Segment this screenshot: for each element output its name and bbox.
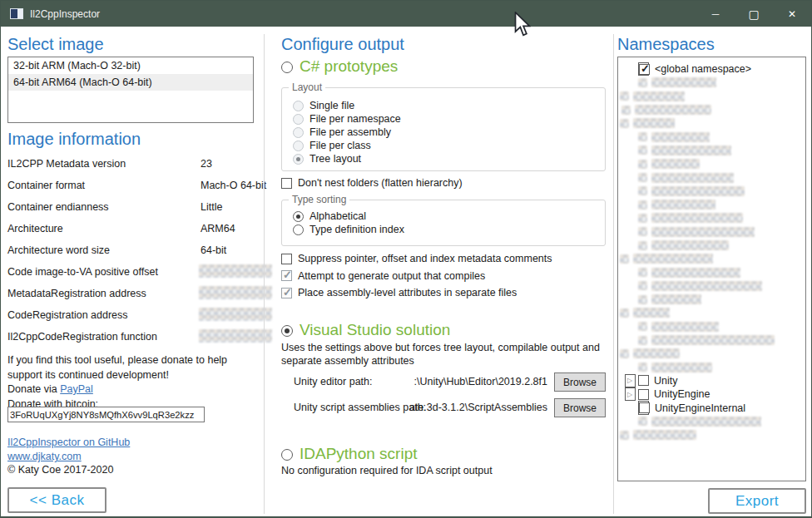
info-value: Mach-O 64-bit [201, 180, 266, 191]
layout-radio-option[interactable]: File per assembly [293, 126, 605, 139]
namespace-row[interactable]: ▷ <global namespace> [638, 62, 649, 76]
namespace-row[interactable]: ▷ [638, 361, 805, 374]
expander-icon[interactable]: ▷ [626, 377, 638, 384]
image-list-item[interactable]: 32-bit ARM (Mach-O 32-bit) [8, 57, 253, 74]
browse-assemblies-button[interactable]: Browse [554, 398, 606, 417]
checkbox-icon[interactable] [281, 254, 292, 264]
unity-editor-path-value[interactable]: :\Unity\Hub\Editor\2019.2.8f1 [413, 372, 547, 392]
output-option-checkbox[interactable]: Suppress pointer, offset and index metad… [281, 250, 552, 268]
browse-editor-button[interactable]: Browse [554, 372, 606, 392]
export-button[interactable]: Export [708, 488, 806, 514]
type-sorting-radio-option[interactable]: Type definition index [293, 223, 605, 236]
radio-icon[interactable] [293, 141, 304, 151]
redacted-checkbox [638, 268, 647, 277]
namespace-checkbox[interactable] [638, 389, 649, 400]
image-list-item[interactable]: 64-bit ARM64 (Mach-O 64-bit) [8, 74, 253, 91]
output-option-checkbox[interactable]: Place assembly-level attributes in separ… [281, 284, 552, 302]
namespace-row[interactable]: ▷ [620, 116, 805, 130]
paypal-link[interactable]: PayPal [60, 383, 93, 395]
radio-icon[interactable] [293, 114, 304, 125]
namespace-row[interactable]: ▷ [638, 333, 805, 347]
redacted-text [651, 240, 729, 250]
radio-icon[interactable] [293, 224, 304, 235]
checkbox-icon[interactable] [281, 288, 292, 298]
checkbox-icon[interactable] [281, 178, 292, 189]
namespace-row[interactable]: ▷ [638, 225, 805, 239]
namespace-row[interactable]: ▷ [621, 103, 805, 116]
image-listbox[interactable]: 32-bit ARM (Mach-O 32-bit)64-bit ARM64 (… [7, 57, 254, 123]
namespace-row[interactable]: ▷ Unity [625, 374, 636, 387]
namespace-row[interactable]: ▷ [638, 76, 805, 89]
visual-studio-solution-radio[interactable]: Visual Studio solution [281, 321, 450, 339]
github-link[interactable]: Il2CppInspector on GitHub [7, 437, 130, 448]
close-button[interactable]: ✕ [773, 1, 811, 27]
bitcoin-address-input[interactable] [7, 407, 205, 422]
namespace-row[interactable]: ▷ [620, 428, 805, 442]
namespace-row[interactable]: ▷ [638, 239, 805, 252]
namespace-row[interactable]: ▷ [638, 185, 805, 198]
namespace-checkbox[interactable] [639, 64, 650, 75]
idapython-script-radio[interactable]: IDAPython script [281, 445, 418, 463]
namespace-row[interactable]: ▷ [620, 90, 805, 103]
back-button[interactable]: << Back [7, 487, 106, 513]
layout-radio-option[interactable]: File per class [293, 139, 605, 152]
radio-icon[interactable] [293, 211, 304, 222]
unity-script-assemblies-path-value[interactable]: ate.3d-3.1.2\ScriptAssemblies [409, 398, 547, 417]
redacted-checkbox [638, 417, 647, 426]
info-row: CodeRegistration address [7, 306, 257, 328]
redacted-checkbox [620, 431, 629, 440]
redacted-text [651, 322, 719, 332]
namespace-row[interactable]: ▷ UnityEngine [625, 387, 636, 401]
website-link[interactable]: www.djkaty.com [7, 451, 82, 462]
visual-studio-description: Uses the settings above but forces tree … [281, 342, 607, 368]
radio-icon[interactable] [281, 62, 293, 73]
namespace-row[interactable]: ▷ [638, 265, 805, 279]
namespace-row[interactable]: ▷ [620, 347, 805, 360]
donation-appeal: If you find this tool useful, please don… [7, 353, 257, 382]
expander-icon[interactable]: ▷ [626, 391, 638, 398]
csharp-prototypes-radio[interactable]: C# prototypes [281, 57, 398, 76]
flatten-hierarchy-checkbox[interactable]: Don't nest folders (flatten hierarchy) [281, 177, 463, 189]
namespace-row[interactable]: ▷ [620, 252, 805, 265]
radio-icon[interactable] [293, 127, 304, 138]
redacted-text [651, 213, 743, 223]
namespace-checkbox[interactable] [638, 375, 649, 386]
redacted-checkbox [638, 160, 647, 169]
radio-icon[interactable] [293, 154, 304, 165]
namespace-row[interactable]: ▷ [638, 279, 805, 293]
namespace-row[interactable]: ▷ [638, 130, 805, 143]
namespace-row[interactable]: ▷ UnityEngineInternal [638, 401, 649, 414]
namespace-row[interactable]: ▷ [638, 144, 805, 157]
app-icon [10, 8, 23, 19]
namespace-row[interactable]: ▷ [638, 415, 805, 428]
layout-radio-option[interactable]: File per namespace [293, 112, 605, 126]
redacted-checkbox [620, 254, 629, 264]
title-bar[interactable]: Il2CppInspector ─ ▢ ✕ [1, 1, 811, 27]
checkbox-icon[interactable] [281, 270, 292, 281]
namespace-row[interactable]: ▷ [620, 306, 805, 319]
namespace-row[interactable]: ▷ [638, 293, 805, 306]
donation-text: If you find this tool useful, please don… [7, 353, 257, 412]
redacted-text [651, 186, 745, 196]
info-row: Container format Mach-O 64-bit [7, 176, 257, 198]
info-row: MetadataRegistration address [7, 284, 257, 306]
namespace-row[interactable]: ▷ [638, 157, 805, 170]
radio-icon[interactable] [293, 101, 304, 111]
type-sorting-radio-option[interactable]: Alphabetical [293, 210, 605, 223]
redacted-text [651, 132, 710, 142]
namespace-row[interactable]: ▷ [638, 320, 805, 333]
layout-radio-option[interactable]: Single file [293, 99, 605, 112]
namespace-checkbox[interactable] [639, 402, 650, 413]
redacted-text [651, 200, 715, 210]
namespace-row[interactable]: ▷ [638, 198, 805, 211]
layout-radio-option[interactable]: Tree layout [293, 152, 605, 165]
namespace-row[interactable]: ▷ [638, 211, 805, 224]
namespace-tree[interactable]: ▷ <global namespace> ▷ ▷ ▷ [617, 57, 806, 481]
namespace-row[interactable]: ▷ [638, 170, 805, 184]
radio-icon[interactable] [281, 325, 293, 337]
radio-icon[interactable] [281, 449, 293, 461]
output-option-checkbox[interactable]: Attempt to generate output that compiles [281, 268, 552, 285]
redacted-text [651, 173, 734, 183]
maximize-button[interactable]: ▢ [735, 1, 773, 27]
minimize-button[interactable]: ─ [696, 1, 735, 27]
